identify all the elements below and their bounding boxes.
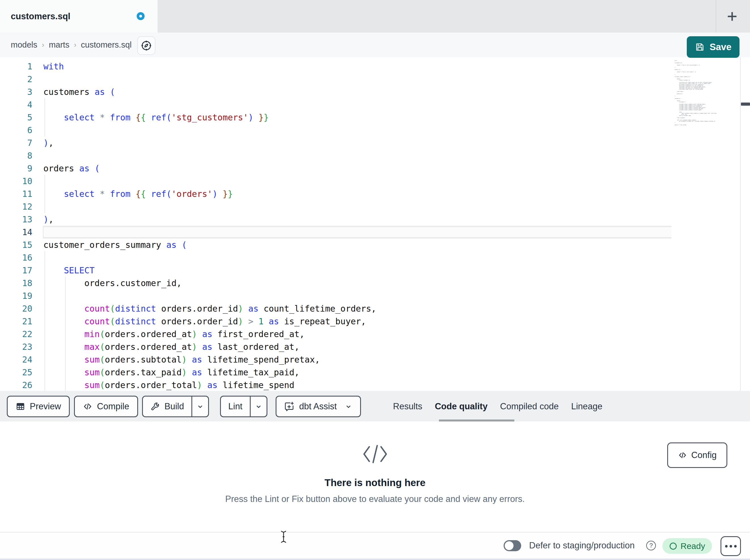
- line-number: 9: [0, 162, 32, 175]
- breadcrumb-item-models[interactable]: models: [11, 40, 37, 49]
- code-line-content[interactable]: ),: [43, 213, 671, 226]
- code-line-content[interactable]: max(orders.ordered_at) as last_ordered_a…: [43, 340, 671, 353]
- panel-tab-results[interactable]: Results: [393, 401, 422, 412]
- help-icon[interactable]: ?: [646, 541, 656, 551]
- file-lineage-button[interactable]: [137, 36, 155, 55]
- save-button[interactable]: Save: [687, 36, 739, 58]
- code-line[interactable]: 10: [0, 175, 671, 188]
- indent-guide: [44, 340, 45, 353]
- code-line[interactable]: 18 orders.customer_id,: [0, 277, 671, 290]
- code-line-content[interactable]: count(distinct orders.order_id) as count…: [43, 302, 671, 315]
- breadcrumb-item-customers-sql[interactable]: customers.sql: [81, 40, 132, 49]
- code-line-content[interactable]: with: [43, 60, 671, 73]
- editor-tab-customers-sql[interactable]: customers.sql: [0, 0, 158, 33]
- line-number: 22: [0, 328, 32, 340]
- code-brackets-icon: [361, 445, 389, 464]
- build-dropdown-button[interactable]: [191, 397, 208, 416]
- code-line-content[interactable]: [43, 73, 671, 86]
- code-line-content[interactable]: customer_orders_summary as (: [43, 238, 671, 251]
- code-line-content[interactable]: sum(orders.tax_paid) as lifetime_tax_pai…: [43, 366, 671, 379]
- lint-dropdown-button[interactable]: [250, 397, 267, 416]
- code-line[interactable]: 1with: [0, 60, 671, 73]
- code-line[interactable]: 22 min(orders.ordered_at) as first_order…: [0, 328, 671, 340]
- code-line[interactable]: 13),: [0, 213, 671, 226]
- editor-minimap[interactable]: with customers as ( select * from {{ ref…: [673, 60, 739, 389]
- indent-guide: [65, 290, 66, 302]
- code-line-content[interactable]: [43, 124, 671, 137]
- compile-button[interactable]: Compile: [74, 396, 138, 417]
- code-line[interactable]: 5 select * from {{ ref('stg_customers') …: [0, 111, 671, 124]
- code-line[interactable]: 12: [0, 200, 671, 213]
- code-line-content[interactable]: orders.customer_id,: [43, 277, 671, 290]
- code-line[interactable]: 2: [0, 73, 671, 86]
- more-options-button[interactable]: [721, 536, 741, 556]
- code-line-content[interactable]: sum(orders.subtotal) as lifetime_spend_p…: [43, 353, 671, 366]
- current-line-highlight[interactable]: [43, 226, 671, 238]
- code-line[interactable]: 7),: [0, 137, 671, 149]
- line-number: 25: [0, 366, 32, 379]
- code-line-content[interactable]: [43, 98, 671, 111]
- indent-guide: [65, 366, 66, 379]
- code-line-content[interactable]: select * from {{ ref('orders') }}: [43, 188, 671, 200]
- code-line-content[interactable]: orders as (: [43, 162, 671, 175]
- panel-tab-lineage[interactable]: Lineage: [571, 401, 602, 412]
- line-number: 24: [0, 353, 32, 366]
- indent-guide: [44, 111, 45, 124]
- code-line-content[interactable]: select * from {{ ref('stg_customers') }}: [43, 111, 671, 124]
- status-ready-badge[interactable]: Ready: [663, 538, 712, 554]
- code-line[interactable]: 24 sum(orders.subtotal) as lifetime_spen…: [0, 353, 671, 366]
- dbt-assist-button[interactable]: dbt Assist: [276, 396, 361, 417]
- breadcrumb-item-marts[interactable]: marts: [49, 40, 70, 49]
- line-number: 14: [0, 226, 32, 238]
- code-line[interactable]: 8: [0, 149, 671, 162]
- indent-guide: [44, 200, 45, 213]
- code-line-content[interactable]: ),: [43, 137, 671, 149]
- code-line[interactable]: 15customer_orders_summary as (: [0, 238, 671, 251]
- new-tab-button[interactable]: [725, 9, 739, 24]
- code-line[interactable]: 16: [0, 251, 671, 264]
- code-line-content[interactable]: [43, 290, 671, 302]
- code-line-content[interactable]: [43, 149, 671, 162]
- code-line[interactable]: 26 sum(orders.order_total) as lifetime_s…: [0, 379, 671, 391]
- code-line-content[interactable]: min(orders.ordered_at) as first_ordered_…: [43, 328, 671, 340]
- chevron-down-icon: [344, 402, 353, 411]
- lint-button[interactable]: Lint: [221, 397, 250, 416]
- code-line[interactable]: 11 select * from {{ ref('orders') }}: [0, 188, 671, 200]
- code-icon: [83, 402, 93, 411]
- code-line[interactable]: 6: [0, 124, 671, 137]
- code-line[interactable]: 17 SELECT: [0, 264, 671, 277]
- dbt-assist-label: dbt Assist: [299, 401, 337, 412]
- code-line-content[interactable]: [43, 175, 671, 188]
- indent-guide: [44, 175, 45, 188]
- code-line[interactable]: 23 max(orders.ordered_at) as last_ordere…: [0, 340, 671, 353]
- indent-guide: [44, 379, 45, 391]
- indent-guide: [44, 328, 45, 340]
- line-number: 3: [0, 86, 32, 98]
- preview-button[interactable]: Preview: [7, 396, 70, 417]
- code-line[interactable]: 25 sum(orders.tax_paid) as lifetime_tax_…: [0, 366, 671, 379]
- code-line[interactable]: 19: [0, 290, 671, 302]
- code-line-content[interactable]: customers as (: [43, 86, 671, 98]
- defer-toggle[interactable]: [504, 540, 521, 551]
- code-line[interactable]: 3customers as (: [0, 86, 671, 98]
- code-line[interactable]: 4: [0, 98, 671, 111]
- code-line-content[interactable]: count(distinct orders.order_id) > 1 as i…: [43, 315, 671, 328]
- status-bar: Defer to staging/production ? Ready: [0, 532, 750, 560]
- code-line-content[interactable]: SELECT: [43, 264, 671, 277]
- code-editor[interactable]: 1with23customers as (45 select * from {{…: [0, 57, 671, 391]
- code-line[interactable]: 20 count(distinct orders.order_id) as co…: [0, 302, 671, 315]
- panel-tab-code-quality[interactable]: Code quality: [435, 401, 488, 412]
- code-line[interactable]: 21 count(distinct orders.order_id) > 1 a…: [0, 315, 671, 328]
- code-line-content[interactable]: [43, 251, 671, 264]
- code-line[interactable]: 14: [0, 226, 671, 238]
- code-line-content[interactable]: sum(orders.order_total) as lifetime_spen…: [43, 379, 671, 391]
- panel-resize-handle[interactable]: [741, 103, 750, 106]
- config-button[interactable]: Config: [667, 442, 727, 468]
- line-number: 21: [0, 315, 32, 328]
- line-number: 8: [0, 149, 32, 162]
- code-line-content[interactable]: [43, 200, 671, 213]
- plus-icon: [726, 10, 739, 23]
- build-button[interactable]: Build: [143, 397, 191, 416]
- panel-tab-compiled-code[interactable]: Compiled code: [500, 401, 559, 412]
- code-line[interactable]: 9orders as (: [0, 162, 671, 175]
